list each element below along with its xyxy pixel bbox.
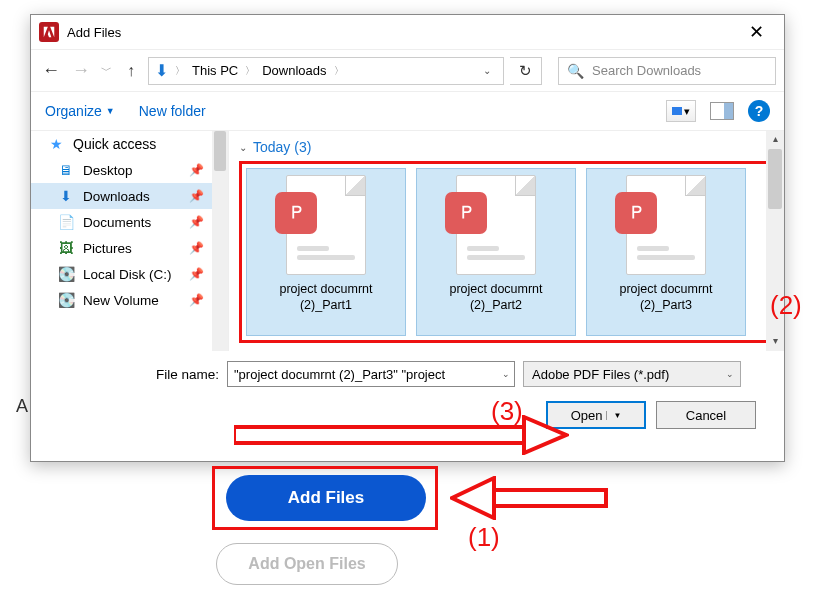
chevron-right-icon[interactable]: 〉 bbox=[172, 64, 188, 78]
annotation-arrow-left bbox=[450, 476, 610, 520]
documents-icon: 📄 bbox=[57, 214, 75, 230]
forward-button[interactable]: → bbox=[69, 59, 93, 83]
sidebar-item-documents[interactable]: 📄 Documents📌 bbox=[31, 209, 228, 235]
file-list-area: ⌄ Today (3) project documrnt(2)_Part1 bbox=[229, 131, 784, 351]
background-text: A bbox=[16, 396, 28, 417]
search-placeholder: Search Downloads bbox=[592, 63, 701, 78]
file-tile-part3[interactable]: project documrnt(2)_Part3 bbox=[586, 168, 746, 336]
back-button[interactable]: ← bbox=[39, 59, 63, 83]
search-icon: 🔍 bbox=[567, 63, 584, 79]
pin-icon: 📌 bbox=[189, 241, 204, 255]
history-dropdown-icon[interactable]: ﹀ bbox=[101, 63, 112, 78]
pdf-thumbnail bbox=[456, 175, 536, 275]
pdf-badge-icon bbox=[615, 192, 657, 234]
filename-label: File name: bbox=[147, 367, 219, 382]
sidebar-item-new-volume[interactable]: 💽 New Volume📌 bbox=[31, 287, 228, 313]
pin-icon: 📌 bbox=[189, 215, 204, 229]
disk-icon: 💽 bbox=[57, 266, 75, 282]
pin-icon: 📌 bbox=[189, 267, 204, 281]
path-segment-pc[interactable]: This PC bbox=[192, 63, 238, 78]
pdf-badge-icon bbox=[275, 192, 317, 234]
sidebar-item-downloads[interactable]: ⬇ Downloads📌 bbox=[31, 183, 228, 209]
file-label: project documrnt(2)_Part3 bbox=[619, 281, 712, 314]
file-dialog: Add Files ✕ ← → ﹀ ↑ ⬇ 〉 This PC 〉 Downlo… bbox=[30, 14, 785, 462]
open-button[interactable]: Open▼ bbox=[546, 401, 646, 429]
refresh-button[interactable]: ↻ bbox=[510, 57, 542, 85]
command-toolbar: Organize▼ New folder ▾ ? bbox=[31, 91, 784, 131]
sidebar-item-quick-access[interactable]: ★ Quick access bbox=[31, 131, 228, 157]
new-folder-button[interactable]: New folder bbox=[139, 103, 206, 119]
path-dropdown-icon[interactable]: ⌄ bbox=[483, 65, 497, 76]
download-icon: ⬇ bbox=[57, 188, 75, 204]
add-files-button[interactable]: Add Files bbox=[226, 475, 426, 521]
close-button[interactable]: ✕ bbox=[736, 17, 776, 47]
organize-button[interactable]: Organize▼ bbox=[45, 103, 115, 119]
sidebar-scrollbar[interactable] bbox=[212, 131, 228, 351]
chevron-right-icon[interactable]: 〉 bbox=[242, 64, 258, 78]
file-type-select[interactable]: Adobe PDF Files (*.pdf) ⌄ bbox=[523, 361, 741, 387]
pin-icon: 📌 bbox=[189, 293, 204, 307]
path-segment-downloads[interactable]: Downloads bbox=[262, 63, 326, 78]
help-button[interactable]: ? bbox=[748, 100, 770, 122]
pin-icon: 📌 bbox=[189, 163, 204, 177]
scroll-up-icon[interactable]: ▴ bbox=[768, 133, 782, 147]
filename-input[interactable]: "project documrnt (2)_Part3" "project ⌄ bbox=[227, 361, 515, 387]
chevron-down-icon: ⌄ bbox=[726, 369, 734, 379]
address-bar[interactable]: ⬇ 〉 This PC 〉 Downloads 〉 ⌄ bbox=[148, 57, 504, 85]
pdf-thumbnail bbox=[626, 175, 706, 275]
dialog-title: Add Files bbox=[67, 25, 736, 40]
file-label: project documrnt(2)_Part1 bbox=[279, 281, 372, 314]
chevron-down-icon[interactable]: ⌄ bbox=[502, 369, 510, 379]
sidebar-item-pictures[interactable]: 🖼 Pictures📌 bbox=[31, 235, 228, 261]
sidebar-nav: ★ Quick access 🖥 Desktop📌 ⬇ Downloads📌 📄… bbox=[31, 131, 229, 351]
preview-pane-button[interactable] bbox=[710, 102, 734, 120]
titlebar: Add Files ✕ bbox=[31, 15, 784, 49]
desktop-icon: 🖥 bbox=[57, 162, 75, 178]
group-header-today[interactable]: ⌄ Today (3) bbox=[239, 139, 774, 155]
search-input[interactable]: 🔍 Search Downloads bbox=[558, 57, 776, 85]
pin-icon: 📌 bbox=[189, 189, 204, 203]
download-arrow-icon: ⬇ bbox=[155, 61, 168, 80]
pdf-thumbnail bbox=[286, 175, 366, 275]
file-tile-part1[interactable]: project documrnt(2)_Part1 bbox=[246, 168, 406, 336]
nav-toolbar: ← → ﹀ ↑ ⬇ 〉 This PC 〉 Downloads 〉 ⌄ ↻ 🔍 … bbox=[31, 49, 784, 91]
disk-icon: 💽 bbox=[57, 292, 75, 308]
svg-rect-2 bbox=[494, 490, 606, 506]
up-button[interactable]: ↑ bbox=[120, 60, 142, 82]
chevron-down-icon: ▼ bbox=[106, 106, 115, 116]
pdf-badge-icon bbox=[445, 192, 487, 234]
star-icon: ★ bbox=[47, 136, 65, 152]
content-scrollbar[interactable]: ▴ ▾ bbox=[766, 131, 784, 351]
annotation-box-2: project documrnt(2)_Part1 project documr… bbox=[239, 161, 774, 343]
chevron-down-icon[interactable]: ▼ bbox=[606, 411, 621, 420]
chevron-right-icon[interactable]: 〉 bbox=[331, 64, 347, 78]
scroll-down-icon[interactable]: ▾ bbox=[768, 335, 782, 349]
chevron-down-icon: ⌄ bbox=[239, 142, 247, 153]
cancel-button[interactable]: Cancel bbox=[656, 401, 756, 429]
pictures-icon: 🖼 bbox=[57, 240, 75, 256]
add-open-files-button[interactable]: Add Open Files bbox=[216, 543, 398, 585]
file-label: project documrnt(2)_Part2 bbox=[449, 281, 542, 314]
adobe-icon bbox=[39, 22, 59, 42]
svg-marker-3 bbox=[452, 478, 494, 518]
sidebar-item-local-disk[interactable]: 💽 Local Disk (C:)📌 bbox=[31, 261, 228, 287]
dialog-footer: File name: "project documrnt (2)_Part3" … bbox=[31, 351, 784, 439]
sidebar-item-desktop[interactable]: 🖥 Desktop📌 bbox=[31, 157, 228, 183]
view-mode-button[interactable]: ▾ bbox=[666, 100, 696, 122]
annotation-label-1: (1) bbox=[468, 522, 500, 553]
file-tile-part2[interactable]: project documrnt(2)_Part2 bbox=[416, 168, 576, 336]
